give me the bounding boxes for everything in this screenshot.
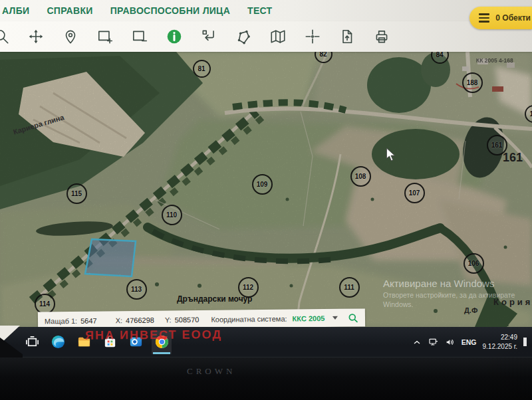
x-coordinate-label: X: [116,316,123,324]
parcel-marker-106: 106 [464,253,484,274]
map-toolbar [0,21,532,52]
parcel-marker-108: 108 [350,166,371,187]
volume-icon[interactable] [445,337,456,348]
network-icon[interactable] [428,337,439,348]
select-arrow-icon[interactable] [192,25,226,49]
identify-info-icon[interactable] [157,25,192,49]
parcel-marker-107: 107 [404,183,425,203]
system-tray: ENG 22:49 9.12.2025 г. [412,327,527,357]
parcel-marker-111: 111 [339,277,360,298]
menu-item-spravki[interactable]: СПРАВКИ [47,5,92,16]
parcel-marker-81: 81 [193,60,211,78]
edge-taskbar-button[interactable] [48,330,68,354]
map-label: КК 2005 4-168 [476,57,513,64]
scale-label: Мащаб 1: [45,316,77,325]
windows-activation-watermark: Активиране на Windows Отворете настройки… [383,278,524,309]
menu-item-albi[interactable]: АЛБИ [2,5,29,16]
monitor-bezel: CROWN [0,357,532,400]
center-crosshair-icon[interactable] [295,25,330,49]
search-icon [348,312,358,323]
map-viewport[interactable]: 8182841881511511010910810710616111311211… [0,52,532,327]
parcel-marker-110: 110 [162,205,182,225]
activation-line2: Отворете настройките, за да активирате W… [383,291,524,309]
export-document-icon[interactable] [330,25,364,49]
parcel-marker-115: 115 [66,183,87,204]
photo-watermark: ЯНА ИНВЕСТ ЕООД [85,328,222,342]
parcel-marker-188: 188 [462,72,483,93]
taskbar-clock[interactable]: 22:49 9.12.2025 г. [483,333,517,351]
crs-label: Координатна система: [211,314,287,323]
language-indicator[interactable]: ENG [462,338,477,346]
map-label: 161 [503,151,523,165]
hamburger-menu-icon [479,13,489,22]
zoom-in-box-icon[interactable] [88,25,122,49]
monitor-brand: CROWN [187,366,235,377]
y-coordinate-value: 508570 [175,316,200,324]
menu-item-pravosposobni-litsa[interactable]: ПРАВОСПОСОБНИ ЛИЦА [110,5,230,16]
parcel-marker-114: 114 [35,294,55,314]
tray-chevron-up-icon[interactable] [412,337,422,348]
activation-line1: Активиране на Windows [383,278,524,289]
notification-icon-partial[interactable] [523,338,527,346]
objects-count-button[interactable]: 0 Обекти [469,7,532,29]
coordinate-search-button[interactable] [348,312,358,323]
zoom-search-icon[interactable] [0,25,19,49]
screen: АЛБИСПРАВКИПРАВОСПОСОБНИ ЛИЦАТЕСТ 0 Обек… [0,0,532,357]
x-coordinate-value: 4766298 [126,316,154,324]
menu-item-test[interactable]: ТЕСТ [247,5,272,16]
taskbar: ENG 22:49 9.12.2025 г. [0,327,532,357]
polygon-topology-icon[interactable] [226,25,261,49]
objects-count-label: 0 Обекти [495,13,531,23]
main-menu: АЛБИСПРАВКИПРАВОСПОСОБНИ ЛИЦАТЕСТ [0,5,272,16]
zoom-out-box-icon[interactable] [122,25,157,49]
parcel-marker-113: 113 [126,279,147,300]
print-icon[interactable] [364,25,399,49]
map-sheets-icon[interactable] [261,25,295,49]
mouse-cursor [386,148,396,162]
pan-icon[interactable] [19,25,53,49]
crs-selected-value[interactable]: ККС 2005 [293,314,325,323]
y-coordinate-label: Y: [165,316,172,324]
task-view-taskbar-button[interactable] [22,330,42,354]
monitor-photo: АЛБИСПРАВКИПРАВОСПОСОБНИ ЛИЦАТЕСТ 0 Обек… [0,0,532,400]
parcel-marker-109: 109 [252,174,273,195]
chevron-down-icon[interactable] [332,316,338,320]
toolbar-tools [0,25,399,49]
location-pin-icon[interactable] [53,25,88,49]
clock-time: 22:49 [501,333,517,342]
clock-date: 9.12.2025 г. [483,342,517,351]
menu-bar: АЛБИСПРАВКИПРАВОСПОСОБНИ ЛИЦАТЕСТ [0,0,532,21]
map-label: Дръндарски мочур [177,294,252,304]
scale-value: 5647 [80,316,97,324]
